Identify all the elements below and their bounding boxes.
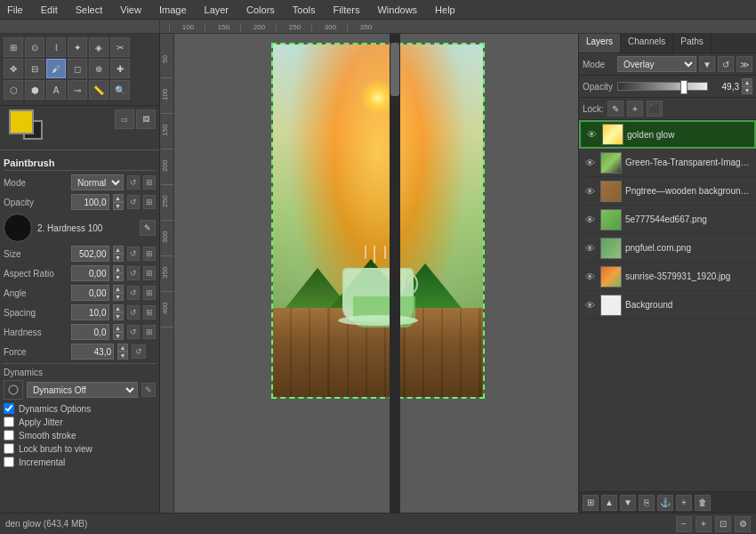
menu-select[interactable]: Select bbox=[72, 3, 107, 17]
layer-item[interactable]: 👁 Pngtree—wooden background_33223... bbox=[579, 177, 756, 206]
size-reset[interactable]: ↺ bbox=[127, 247, 140, 261]
angle-down[interactable]: ▼ bbox=[113, 293, 124, 301]
canvas-area[interactable]: 50 100 150 200 250 300 350 400 bbox=[160, 34, 578, 513]
image-canvas[interactable] bbox=[271, 43, 485, 399]
raise-layer[interactable]: ▲ bbox=[601, 495, 617, 511]
force-up[interactable]: ▲ bbox=[117, 344, 128, 352]
lower-layer[interactable]: ▼ bbox=[620, 495, 636, 511]
delete-layer[interactable]: 🗑 bbox=[695, 495, 711, 511]
tool-eraser[interactable]: ◻ bbox=[68, 59, 87, 78]
layer-item[interactable]: 👁 Green-Tea-Transparent-Images.png bbox=[579, 149, 756, 177]
tool-rect-select[interactable]: ⊞ bbox=[4, 37, 23, 57]
hardness-down[interactable]: ▼ bbox=[113, 332, 124, 340]
angle-up[interactable]: ▲ bbox=[113, 285, 124, 293]
spacing-chain[interactable]: ⊞ bbox=[143, 305, 156, 320]
opacity-up[interactable]: ▲ bbox=[113, 194, 124, 202]
menu-layer[interactable]: Layer bbox=[201, 3, 233, 17]
aspect-up[interactable]: ▲ bbox=[113, 265, 124, 273]
size-down[interactable]: ▼ bbox=[113, 254, 124, 262]
tool-fuzzy-select[interactable]: ✦ bbox=[68, 37, 87, 57]
foreground-color[interactable] bbox=[9, 109, 34, 134]
menu-help[interactable]: Help bbox=[431, 3, 459, 17]
lock-position[interactable]: + bbox=[627, 101, 643, 117]
layers-refresh[interactable]: ↺ bbox=[718, 56, 734, 72]
tool-text[interactable]: A bbox=[46, 80, 66, 100]
zoom-out[interactable]: − bbox=[676, 516, 692, 532]
menu-image[interactable]: Image bbox=[156, 3, 190, 17]
hardness-up[interactable]: ▲ bbox=[113, 324, 124, 332]
opacity-slider[interactable] bbox=[617, 82, 708, 91]
tool-clone[interactable]: ⊕ bbox=[89, 59, 109, 78]
menu-filters[interactable]: Filters bbox=[330, 3, 364, 17]
layers-cycle-down[interactable]: ▼ bbox=[699, 56, 715, 72]
tool-transform[interactable]: ⬢ bbox=[25, 80, 44, 100]
quick-mask-toggle[interactable]: ▭ bbox=[115, 109, 134, 129]
menu-windows[interactable]: Windows bbox=[374, 3, 421, 17]
tool-paths[interactable]: ⊸ bbox=[68, 80, 87, 100]
layer-item[interactable]: 👁 pngfuel.com.png bbox=[579, 234, 756, 263]
smooth-stroke-checkbox[interactable] bbox=[4, 430, 14, 441]
anchor-layer[interactable]: ⚓ bbox=[657, 495, 673, 511]
menu-file[interactable]: File bbox=[4, 3, 27, 17]
layer-eye-3[interactable]: 👁 bbox=[583, 213, 597, 227]
tool-measure[interactable]: 📏 bbox=[89, 80, 109, 100]
hardness-reset[interactable]: ↺ bbox=[127, 325, 140, 339]
aspect-chain[interactable]: ⊞ bbox=[143, 266, 156, 280]
layer-item[interactable]: 👁 Background bbox=[579, 291, 756, 320]
aspect-down[interactable]: ▼ bbox=[113, 273, 124, 281]
lock-pixels[interactable]: ✎ bbox=[607, 101, 623, 117]
layer-eye-6[interactable]: 👁 bbox=[583, 298, 597, 312]
menu-tools[interactable]: Tools bbox=[289, 3, 319, 17]
tab-paths[interactable]: Paths bbox=[673, 34, 712, 53]
new-layer-group[interactable]: ⊞ bbox=[583, 495, 599, 511]
layer-eye-4[interactable]: 👁 bbox=[583, 241, 597, 255]
tool-scissors[interactable]: ✂ bbox=[110, 37, 130, 57]
scrollbar-thumb[interactable] bbox=[390, 43, 399, 96]
view-as-image[interactable]: 🖼 bbox=[136, 109, 156, 129]
dynamics-options-checkbox[interactable] bbox=[4, 403, 14, 414]
layer-item[interactable]: 👁 5e777544ed667.png bbox=[579, 206, 756, 234]
incremental-checkbox[interactable] bbox=[4, 457, 14, 467]
layer-eye-1[interactable]: 👁 bbox=[583, 156, 597, 170]
tool-align[interactable]: ⊟ bbox=[25, 59, 44, 78]
spacing-up[interactable]: ▲ bbox=[113, 304, 124, 312]
spacing-down[interactable]: ▼ bbox=[113, 312, 124, 320]
dynamics-select[interactable]: Dynamics Off bbox=[27, 382, 138, 398]
lock-brush-checkbox[interactable] bbox=[4, 443, 14, 454]
tool-zoom[interactable]: 🔍 bbox=[110, 80, 130, 100]
angle-reset[interactable]: ↺ bbox=[127, 286, 140, 300]
layer-item[interactable]: 👁 sunrise-3579931_1920.jpg bbox=[579, 263, 756, 291]
mode-reset[interactable]: ↺ bbox=[127, 175, 140, 190]
tool-ellipse-select[interactable]: ⊙ bbox=[25, 37, 44, 57]
view-options[interactable]: ⚙ bbox=[735, 516, 751, 532]
angle-chain[interactable]: ⊞ bbox=[143, 286, 156, 300]
hardness-chain[interactable]: ⊞ bbox=[143, 325, 156, 339]
opacity-down[interactable]: ▼ bbox=[113, 202, 124, 210]
tool-paintbrush[interactable]: 🖌 bbox=[46, 59, 66, 78]
aspect-reset[interactable]: ↺ bbox=[127, 266, 140, 280]
canvas-scrollbar-v[interactable] bbox=[390, 34, 400, 513]
tool-heal[interactable]: ✚ bbox=[110, 59, 130, 78]
tool-free-select[interactable]: ⌇ bbox=[46, 37, 66, 57]
tool-select-by-color[interactable]: ◈ bbox=[89, 37, 109, 57]
apply-jitter-checkbox[interactable] bbox=[4, 417, 14, 427]
tab-layers[interactable]: Layers bbox=[579, 34, 621, 53]
size-chain[interactable]: ⊞ bbox=[143, 247, 156, 261]
layer-eye-5[interactable]: 👁 bbox=[583, 270, 597, 284]
fit-page[interactable]: ⊡ bbox=[715, 516, 731, 532]
tool-perspective[interactable]: ⬡ bbox=[4, 80, 23, 100]
opacity-thumb[interactable] bbox=[680, 80, 688, 94]
tool-move[interactable]: ✥ bbox=[4, 59, 23, 78]
tab-channels[interactable]: Channels bbox=[621, 34, 673, 53]
layer-eye-0[interactable]: 👁 bbox=[584, 127, 599, 142]
size-up[interactable]: ▲ bbox=[113, 246, 124, 254]
layers-mode-select[interactable]: Overlay bbox=[617, 56, 696, 72]
opacity-chain[interactable]: ⊞ bbox=[143, 195, 156, 209]
force-reset[interactable]: ↺ bbox=[132, 344, 146, 359]
lock-all[interactable]: ⬛ bbox=[647, 101, 663, 117]
layer-eye-2[interactable]: 👁 bbox=[583, 184, 597, 198]
layers-more[interactable]: ≫ bbox=[736, 56, 752, 72]
dynamics-edit[interactable]: ✎ bbox=[141, 383, 156, 397]
menu-view[interactable]: View bbox=[117, 3, 145, 17]
menu-colors[interactable]: Colors bbox=[243, 3, 278, 17]
